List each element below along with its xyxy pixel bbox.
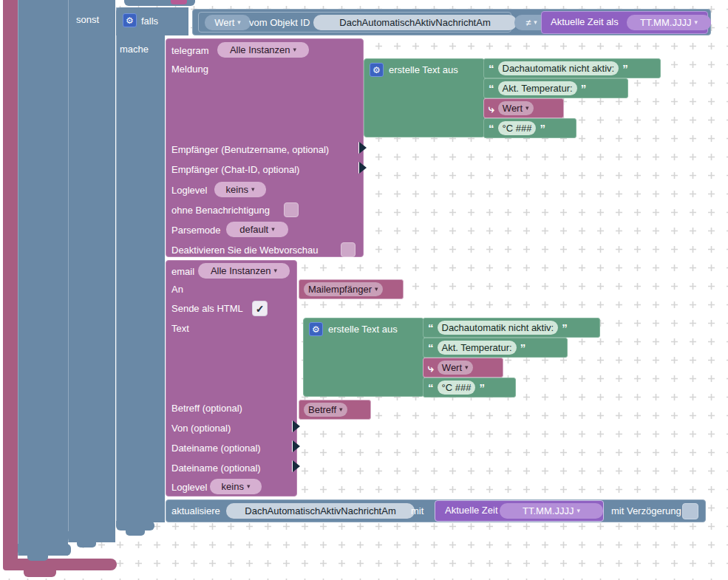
falls-mutator-gear-icon[interactable]: ⚙ (123, 13, 137, 27)
string-block[interactable]: “ °C ### ” (423, 378, 516, 398)
wrapper-block-bottom[interactable] (3, 559, 117, 570)
quote-open-icon: “ (428, 382, 434, 393)
string-field[interactable]: °C ### (438, 381, 476, 395)
offscreen-magenta-block[interactable] (171, 0, 187, 4)
outer-if-block-next-tab[interactable] (27, 554, 48, 561)
wrapper-block-next-tab[interactable] (24, 569, 56, 577)
empfaenger-benutzer-label: Empfänger (Benutzername, optional) (171, 144, 329, 156)
quote-open-icon: “ (489, 63, 494, 74)
quote-close-icon: ” (479, 382, 485, 393)
time-format-value: TT.MM.JJJJ (640, 17, 691, 28)
an-label: An (171, 284, 183, 296)
email-loglevel-label: Loglevel (171, 482, 207, 494)
string-block[interactable]: “ °C ### ” (483, 118, 576, 138)
mit-verzoegerung-checkbox[interactable] (682, 503, 698, 519)
dropdown-arrow-icon: ▾ (237, 19, 241, 26)
email-instance-value: Alle Instanzen (211, 265, 271, 276)
telegram-instance-value: Alle Instanzen (230, 44, 290, 55)
quote-close-icon: ” (562, 322, 568, 333)
email-instance-dropdown[interactable]: Alle Instanzen ▾ (198, 263, 290, 279)
mit-label: mit (411, 505, 423, 517)
quote-open-icon: “ (428, 342, 434, 353)
mit-verzoegerung-label: mit Verzögerung (611, 505, 681, 517)
mailempfaenger-dropdown[interactable]: Mailempfänger ▾ (304, 282, 383, 296)
empfaenger-chat-socket (359, 162, 367, 174)
blockly-workspace[interactable]: sonst ⚙ falls mache Wert ▾ vom Objekt ID… (0, 0, 728, 580)
ifelse-block-left-edge[interactable] (68, 0, 115, 542)
parsemode-dropdown[interactable]: default ▾ (226, 222, 288, 237)
telegram-instance-dropdown[interactable]: Alle Instanzen ▾ (217, 42, 309, 58)
operator-value: ≠ (525, 17, 531, 28)
string-block[interactable]: “ Akt. Temperatur: ” (483, 78, 628, 98)
time-format-dropdown[interactable]: TT.MM.JJJJ ▾ (627, 15, 711, 30)
mailempfaenger-variable-block[interactable]: Mailempfänger ▾ (299, 279, 404, 299)
dropdown-arrow-icon: ▾ (525, 105, 529, 112)
string-field[interactable]: Akt. Temperatur: (438, 341, 517, 355)
betreff-dropdown[interactable]: Betreff ▾ (304, 403, 347, 417)
string-field[interactable]: °C ### (498, 121, 537, 135)
von-label: Von (optional) (171, 423, 231, 434)
aktualisiere-label: aktualisiere (171, 505, 220, 517)
value-type-dropdown[interactable]: Wert ▾ (205, 15, 251, 30)
sonst-label: sonst (76, 14, 99, 26)
dropdown-arrow-icon: ▾ (576, 508, 580, 514)
dateiname1-socket (293, 440, 300, 452)
time-block-label: Aktuelle Zeit als (551, 16, 619, 28)
string-field[interactable]: Dachautomatik nicht aktiv: (498, 61, 619, 75)
update-object-id-field[interactable]: DachAutomatischAktivNachrichtAm (226, 503, 415, 519)
variable-value: Wert (503, 103, 523, 114)
text-builder-gear-icon[interactable]: ⚙ (370, 63, 384, 77)
text-label: Text (171, 323, 189, 335)
variable-block[interactable]: ⤷ Wert ▾ (423, 358, 503, 378)
sende-als-html-label: Sende als HTML (171, 303, 243, 315)
email-block[interactable] (166, 260, 297, 497)
falls-label: falls (141, 16, 158, 27)
outer-if-block-left-edge[interactable] (18, 0, 68, 556)
variable-dropdown[interactable]: Wert ▾ (498, 101, 534, 115)
dropdown-arrow-icon: ▾ (465, 364, 469, 371)
dateiname1-label: Dateiname (optional) (171, 443, 261, 454)
vom-objekt-id-label: vom Objekt ID (249, 17, 310, 29)
dropdown-arrow-icon: ▾ (534, 19, 537, 26)
text-builder-label: erstelle Text aus (389, 64, 458, 76)
text-builder-gear-icon[interactable]: ⚙ (309, 322, 323, 336)
quote-close-icon: ” (622, 63, 628, 74)
string-field[interactable]: Dachautomatik nicht aktiv: (438, 321, 559, 335)
quote-open-icon: “ (489, 123, 494, 134)
parsemode-value: default (239, 224, 268, 235)
quote-open-icon: “ (428, 322, 434, 333)
string-value: Dachautomatik nicht aktiv: (442, 322, 554, 333)
ifelse-block-next-tab[interactable] (77, 541, 96, 547)
betreff-variable-block[interactable]: Betreff ▾ (299, 400, 371, 420)
variable-dropdown[interactable]: Wert ▾ (438, 361, 473, 375)
update-time-format-dropdown[interactable]: TT.MM.JJJJ ▾ (500, 503, 603, 519)
string-field[interactable]: Akt. Temperatur: (498, 81, 577, 95)
update-object-id-value: DachAutomatischAktivNachrichtAm (245, 505, 395, 516)
update-time-format-value: TT.MM.JJJJ (523, 505, 574, 516)
variable-block[interactable]: ⤷ Wert ▾ (483, 98, 564, 118)
mache-label: mache (120, 44, 149, 55)
betreff-value: Betreff (308, 404, 336, 415)
sende-als-html-checkbox[interactable]: ✓ (252, 301, 268, 316)
telegram-loglevel-dropdown[interactable]: keins ▾ (214, 182, 266, 197)
empfaenger-chat-label: Empfänger (Chat-ID, optional) (171, 164, 299, 176)
string-block[interactable]: “ Akt. Temperatur: ” (423, 338, 568, 358)
ohne-benachrichtigung-label: ohne Benachrichtigung (171, 205, 270, 216)
object-id-value: DachAutomatischAktivNachrichtAm (339, 17, 490, 28)
email-loglevel-dropdown[interactable]: keins ▾ (210, 479, 262, 494)
ohne-benachrichtigung-checkbox[interactable] (284, 202, 299, 217)
dropdown-arrow-icon: ▾ (375, 286, 378, 293)
webvorschau-checkbox[interactable] (341, 242, 356, 257)
string-value: Dachautomatik nicht aktiv: (503, 63, 615, 74)
dropdown-arrow-icon: ▾ (247, 483, 251, 490)
string-block[interactable]: “ Dachautomatik nicht aktiv: ” (423, 318, 600, 338)
telegram-loglevel-value: keins (226, 184, 248, 195)
object-id-field[interactable]: DachAutomatischAktivNachrichtAm (313, 15, 517, 30)
wrapper-block-left-edge[interactable] (3, 0, 18, 560)
insert-value-icon: ⤷ (489, 103, 494, 114)
string-block[interactable]: “ Dachautomatik nicht aktiv: ” (483, 58, 661, 78)
check-icon: ✓ (256, 303, 265, 315)
falls-block-left-edge[interactable] (116, 7, 165, 522)
dropdown-arrow-icon: ▾ (339, 406, 343, 413)
falls-block-next-tab[interactable] (126, 530, 145, 536)
